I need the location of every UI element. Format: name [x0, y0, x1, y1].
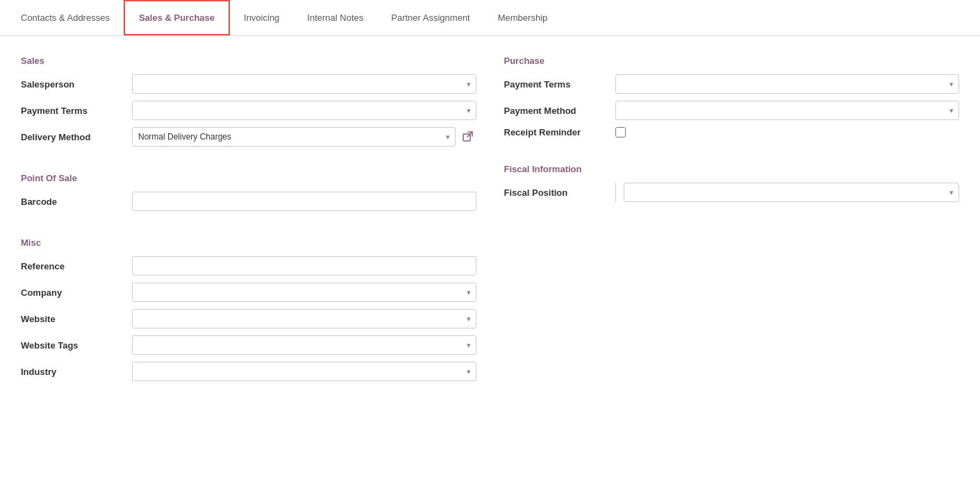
barcode-label: Barcode	[21, 196, 132, 207]
industry-label: Industry	[21, 367, 132, 377]
fiscal-section-title: Fiscal Information	[504, 164, 960, 174]
barcode-row: Barcode	[21, 192, 476, 211]
delivery-method-row: Delivery Method Normal Delivery Charges	[21, 127, 476, 147]
website-tags-select[interactable]	[132, 335, 476, 355]
tab-contacts[interactable]: Contacts & Addresses	[7, 1, 124, 34]
payment-terms-row: Payment Terms	[21, 101, 476, 120]
website-select[interactable]	[132, 309, 476, 328]
tab-membership[interactable]: Membership	[484, 1, 562, 34]
delivery-method-select[interactable]: Normal Delivery Charges	[132, 127, 456, 147]
delivery-method-label: Delivery Method	[21, 132, 132, 142]
salesperson-label: Salesperson	[21, 79, 132, 90]
payment-terms-select[interactable]	[132, 101, 476, 120]
industry-select[interactable]	[132, 362, 476, 381]
barcode-input[interactable]	[132, 192, 476, 211]
receipt-reminder-checkbox[interactable]	[615, 127, 626, 137]
website-tags-label: Website Tags	[21, 340, 132, 351]
pos-section-title: Point Of Sale	[21, 173, 476, 183]
delivery-external-link-icon[interactable]	[460, 128, 476, 145]
website-label: Website	[21, 314, 132, 324]
tab-partner-assignment[interactable]: Partner Assignment	[377, 1, 483, 34]
reference-row: Reference	[21, 256, 476, 276]
company-row: Company	[21, 283, 476, 302]
left-column: Sales Salesperson Payment Terms Delivery…	[21, 50, 476, 388]
payment-method-label: Payment Method	[504, 106, 615, 116]
website-tags-row: Website Tags	[21, 335, 476, 355]
fiscal-position-label: Fiscal Position	[504, 187, 615, 198]
receipt-reminder-label: Receipt Reminder	[504, 127, 615, 137]
tabs-bar: Contacts & Addresses Sales & Purchase In…	[0, 0, 980, 36]
payment-terms-label: Payment Terms	[21, 106, 132, 116]
salesperson-select[interactable]	[132, 74, 476, 94]
purchase-payment-terms-label: Payment Terms	[504, 79, 615, 90]
reference-label: Reference	[21, 261, 132, 271]
tab-internal-notes[interactable]: Internal Notes	[293, 1, 377, 34]
reference-input[interactable]	[132, 256, 476, 276]
industry-row: Industry	[21, 362, 476, 381]
purchase-payment-terms-row: Payment Terms	[504, 74, 960, 94]
tab-invoicing[interactable]: Invoicing	[230, 1, 293, 34]
fiscal-position-row: Fiscal Position	[504, 183, 960, 202]
misc-section-title: Misc	[21, 237, 476, 248]
purchase-section-title: Purchase	[504, 56, 960, 66]
company-select[interactable]	[132, 283, 476, 302]
sales-section-title: Sales	[21, 56, 476, 66]
right-column: Purchase Payment Terms Payment Method Re…	[504, 50, 960, 388]
purchase-payment-terms-select[interactable]	[615, 74, 960, 94]
company-label: Company	[21, 287, 132, 298]
payment-method-row: Payment Method	[504, 101, 960, 120]
salesperson-row: Salesperson	[21, 74, 476, 94]
payment-method-select[interactable]	[615, 101, 960, 120]
tab-sales-purchase[interactable]: Sales & Purchase	[124, 0, 230, 35]
fiscal-position-select[interactable]	[624, 183, 960, 202]
receipt-reminder-row: Receipt Reminder	[504, 127, 960, 137]
website-row: Website	[21, 309, 476, 328]
